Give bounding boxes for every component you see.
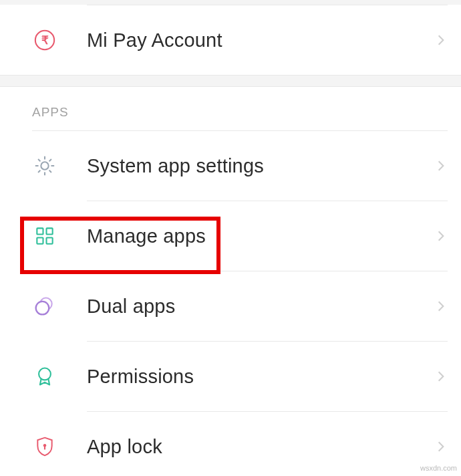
top-spacer — [0, 0, 461, 5]
shield-lock-icon — [32, 434, 57, 459]
chevron-right-icon — [434, 440, 448, 453]
row-dual-apps[interactable]: Dual apps — [0, 271, 461, 341]
row-label: Manage apps — [87, 225, 434, 247]
chevron-right-icon — [434, 33, 448, 47]
row-mi-pay-account[interactable]: ₹ Mi Pay Account — [0, 5, 461, 75]
apps-grid-icon — [32, 223, 57, 249]
svg-point-9 — [39, 368, 51, 380]
svg-rect-6 — [47, 238, 53, 244]
svg-point-2 — [41, 162, 48, 169]
svg-rect-5 — [37, 238, 43, 244]
row-permissions[interactable]: Permissions — [0, 342, 461, 411]
row-label: Dual apps — [87, 295, 434, 318]
row-label: App lock — [87, 436, 434, 458]
chevron-right-icon — [434, 300, 448, 313]
dual-apps-icon — [32, 293, 57, 319]
row-label: System app settings — [87, 155, 434, 177]
gear-icon — [32, 153, 57, 178]
svg-rect-11 — [44, 446, 45, 449]
svg-point-8 — [36, 302, 49, 315]
row-app-lock[interactable]: App lock — [0, 412, 461, 476]
section-header-apps: APPS — [0, 87, 461, 130]
badge-icon — [32, 364, 57, 389]
svg-text:₹: ₹ — [41, 34, 49, 47]
chevron-right-icon — [434, 159, 448, 172]
chevron-right-icon — [434, 229, 448, 243]
watermark: wsxdn.com — [420, 464, 457, 472]
svg-rect-4 — [47, 228, 53, 234]
rupee-icon: ₹ — [32, 27, 57, 53]
svg-rect-3 — [37, 228, 43, 234]
row-system-app-settings[interactable]: System app settings — [0, 131, 461, 201]
row-manage-apps[interactable]: Manage apps — [0, 201, 461, 271]
row-label: Permissions — [87, 366, 434, 388]
chevron-right-icon — [434, 370, 448, 383]
row-label: Mi Pay Account — [87, 29, 434, 51]
section-gap — [0, 75, 461, 87]
